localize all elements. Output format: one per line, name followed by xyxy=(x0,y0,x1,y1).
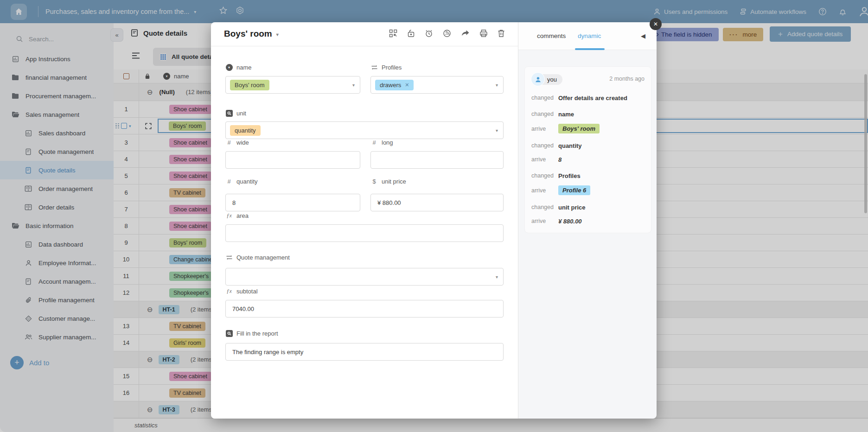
modal-header: Boys' room ▾ xyxy=(211,22,518,46)
field-input-quantity[interactable]: 8 xyxy=(225,194,360,211)
field-value: ¥ 880.00 xyxy=(377,199,401,206)
field-label-unit-price: $unit price xyxy=(370,177,504,185)
active-tab-indicator xyxy=(575,48,605,50)
feed-value: Profile 6 xyxy=(558,185,590,195)
feed-entry: changedquantity xyxy=(531,141,645,150)
timestamp: 2 months ago xyxy=(609,76,645,82)
field-label-text: subtotal xyxy=(236,288,258,295)
feed-entry: arriveBoys' room xyxy=(531,124,645,133)
broadcast-icon[interactable] xyxy=(443,29,451,38)
feed-action: arrive xyxy=(531,126,558,132)
feed-action: changed xyxy=(531,142,558,149)
field-label-wide: #wide xyxy=(225,138,360,146)
activity-panel: comments dynamic ◀ you 2 months ago chan… xyxy=(518,22,657,419)
feed-action: changed xyxy=(531,172,558,179)
feed-action: changed xyxy=(531,204,558,210)
field-label-unit: unit xyxy=(225,109,504,117)
feed-entry: arrive8 xyxy=(531,155,645,164)
qr-code-icon[interactable] xyxy=(389,29,397,38)
field-label-name: ▾name xyxy=(225,63,360,71)
field-label-text: unit price xyxy=(382,178,406,185)
app-root: Purchases, sales and inventory come from… xyxy=(0,0,868,432)
field-label-quote-management: Quote management xyxy=(225,253,504,261)
record-dialog: ▾nameBoys' room▾Profilesdrawers✕▾unitqua… xyxy=(211,22,657,419)
chevron-down-icon: ▾ xyxy=(496,83,498,88)
chevron-down-icon: ▾ xyxy=(496,128,498,133)
close-button[interactable]: ✕ xyxy=(650,18,662,30)
field-label-text: quantity xyxy=(236,178,258,185)
feed-entry: changedProfiles xyxy=(531,172,645,180)
feed-header: you 2 months ago xyxy=(531,73,645,86)
field-input-area[interactable] xyxy=(225,224,504,242)
feed-entry: arrive¥ 880.00 xyxy=(531,217,645,225)
record-title-dropdown[interactable]: Boys' room ▾ xyxy=(224,29,279,39)
field-label-text: Profiles xyxy=(382,64,402,71)
field-label-text: long xyxy=(382,139,393,146)
formula-field-icon: ƒx xyxy=(225,287,233,295)
chevron-down-icon: ▾ xyxy=(276,32,279,37)
field-input-fill-in-the-report[interactable]: The finding range is empty xyxy=(225,343,504,361)
feed-value: quantity xyxy=(558,142,582,149)
remove-tag-icon[interactable]: ✕ xyxy=(405,82,409,88)
field-label-text: wide xyxy=(236,139,249,146)
field-label-text: unit xyxy=(236,110,246,117)
printer-icon[interactable] xyxy=(479,29,488,38)
number-field-icon: # xyxy=(225,178,233,185)
feed-entry: changedunit price xyxy=(531,203,645,211)
field-label-text: name xyxy=(236,64,252,71)
lookup-field-icon xyxy=(225,110,233,117)
lookup-field-icon xyxy=(225,330,233,337)
formula-field-icon: ƒx xyxy=(225,212,233,219)
feed-value: Profiles xyxy=(558,172,581,179)
field-value: The finding range is empty xyxy=(232,349,303,356)
alarm-icon[interactable] xyxy=(425,29,433,38)
activity-tabs: comments dynamic ◀ xyxy=(518,22,657,50)
number-field-icon: # xyxy=(225,139,233,146)
link-field-icon xyxy=(225,254,233,260)
record-detail-modal: ▾nameBoys' room▾Profilesdrawers✕▾unitqua… xyxy=(211,22,518,419)
field-label-fill-in-the-report: Fill in the report xyxy=(225,329,504,337)
field-tag: quantity xyxy=(230,125,261,136)
field-input-quote-management[interactable]: ▾ xyxy=(225,268,504,286)
link-field-icon xyxy=(370,64,378,70)
tab-comments[interactable]: comments xyxy=(537,32,566,39)
tab-dynamic[interactable]: dynamic xyxy=(578,32,601,39)
feed-value: ¥ 880.00 xyxy=(558,218,582,225)
field-label-profiles: Profiles xyxy=(370,63,504,71)
chevron-down-icon: ▾ xyxy=(496,274,498,280)
field-label-text: area xyxy=(236,212,249,219)
field-value: 8 xyxy=(232,199,236,206)
record-fields: ▾nameBoys' room▾Profilesdrawers✕▾unitqua… xyxy=(211,22,518,419)
collapse-panel-icon[interactable]: ◀ xyxy=(641,32,645,39)
field-label-subtotal: ƒxsubtotal xyxy=(225,287,504,295)
field-input-unit-price[interactable]: ¥ 880.00 xyxy=(370,194,504,211)
feed-value: 8 xyxy=(558,156,562,163)
field-input-wide[interactable] xyxy=(225,151,360,169)
feed-entry: arriveProfile 6 xyxy=(531,185,645,195)
share-icon[interactable] xyxy=(461,29,470,38)
number-field-icon: # xyxy=(370,139,378,146)
field-value: 7040.00 xyxy=(232,305,254,312)
field-label-long: #long xyxy=(370,138,504,146)
field-input-subtotal[interactable]: 7040.00 xyxy=(225,300,504,318)
field-input-long[interactable] xyxy=(370,151,504,169)
feed-value: name xyxy=(558,111,574,118)
feed-action: arrive xyxy=(531,187,558,194)
feed-action: changed xyxy=(531,95,558,101)
record-title: Boys' room xyxy=(224,29,272,39)
field-input-unit[interactable]: quantity▾ xyxy=(225,121,504,139)
field-tag: Boys' room xyxy=(230,80,269,90)
feed-action: arrive xyxy=(531,218,558,224)
field-tag: drawers✕ xyxy=(375,80,414,90)
select-field-icon: ▾ xyxy=(225,64,233,71)
currency-field-icon: $ xyxy=(370,178,378,185)
trash-icon[interactable] xyxy=(498,29,505,38)
field-label-quantity: #quantity xyxy=(225,177,360,185)
feed-entry: changedname xyxy=(531,110,645,118)
field-input-profiles[interactable]: drawers✕▾ xyxy=(370,76,504,94)
field-label-text: Fill in the report xyxy=(236,330,278,337)
lock-icon[interactable] xyxy=(407,29,415,38)
field-input-name[interactable]: Boys' room▾ xyxy=(225,76,360,94)
feed-entry: changedOffer details are created xyxy=(531,94,645,102)
chevron-down-icon: ▾ xyxy=(352,83,355,88)
